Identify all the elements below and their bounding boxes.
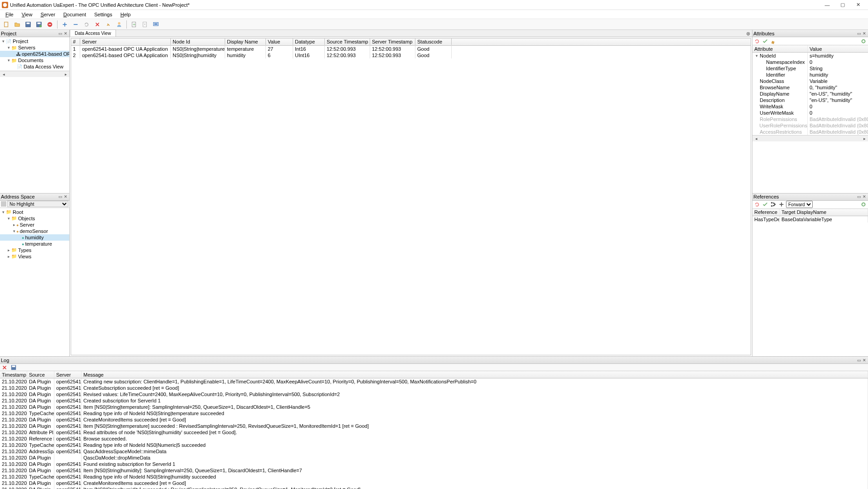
- log-undock-button[interactable]: ▭: [856, 358, 862, 363]
- remove-server-button[interactable]: [71, 20, 80, 29]
- user-button[interactable]: [115, 20, 124, 29]
- expand-icon[interactable]: ▾: [6, 58, 11, 63]
- log-row[interactable]: 21.10.2020 1...DA Pluginopen62541-...Cre…: [0, 378, 868, 385]
- log-row[interactable]: 21.10.2020 1...DA PluginQascDaModel::dro…: [0, 455, 868, 461]
- attr-write-button[interactable]: [762, 38, 769, 45]
- col-num[interactable]: #: [71, 39, 80, 45]
- log-row[interactable]: 21.10.2020 1...DA Pluginopen62541-...Ite…: [0, 423, 868, 429]
- ref-settings-button[interactable]: [860, 201, 867, 208]
- expand-icon[interactable]: ▾: [6, 216, 11, 221]
- ref-check-button[interactable]: [762, 201, 769, 208]
- attr-hscroll[interactable]: ◂▸: [752, 135, 868, 141]
- add-document-button[interactable]: [130, 20, 139, 29]
- attribute-row[interactable]: UserRolePermissionsBadAttributeIdInvalid…: [752, 122, 868, 129]
- ref-tree-button[interactable]: [770, 201, 777, 208]
- expand-icon[interactable]: ▸: [6, 248, 11, 252]
- refresh-button[interactable]: [82, 20, 91, 29]
- address-close-button[interactable]: ✕: [63, 194, 68, 199]
- project-undock-button[interactable]: ▭: [58, 31, 63, 36]
- log-row[interactable]: 21.10.2020 1...TypeCacheopen62541-...Rea…: [0, 442, 868, 448]
- expand-icon[interactable]: ▾: [1, 39, 5, 44]
- log-row[interactable]: 21.10.2020 1...DA Pluginopen62541-...Fou…: [0, 461, 868, 467]
- col-src-ts[interactable]: Source Timestamp: [325, 39, 370, 45]
- scroll-right-icon[interactable]: ▸: [862, 136, 867, 141]
- document-item[interactable]: Data Access View: [0, 63, 69, 70]
- expand-icon[interactable]: ▾: [6, 45, 11, 50]
- remove-document-button[interactable]: [140, 20, 149, 29]
- ref-col-target[interactable]: Target DisplayName: [780, 209, 868, 216]
- documents-node[interactable]: ▾Documents: [0, 57, 69, 63]
- menu-help[interactable]: Help: [117, 11, 135, 18]
- attribute-row[interactable]: WriteMask0: [752, 103, 868, 110]
- col-nodeid[interactable]: Node Id: [171, 39, 225, 45]
- attr-col-value[interactable]: Value: [808, 45, 868, 52]
- col-datatype[interactable]: Datatype: [293, 39, 325, 45]
- close-button[interactable]: ✕: [854, 1, 863, 9]
- log-row[interactable]: 21.10.2020 1...DA Pluginopen62541-...Cre…: [0, 385, 868, 391]
- attribute-row[interactable]: ▾NodeIds=humidity: [752, 53, 868, 59]
- attribute-row[interactable]: NodeClassVariable: [752, 78, 868, 84]
- log-row[interactable]: 21.10.2020 1...AddressSpa...open62541-..…: [0, 448, 868, 455]
- attr-col-attribute[interactable]: Attribute: [752, 45, 808, 52]
- humidity-node[interactable]: humidity: [0, 234, 69, 241]
- tab-data-access-view[interactable]: Data Access View: [70, 29, 116, 37]
- temperature-node[interactable]: temperature: [0, 241, 69, 247]
- new-project-button[interactable]: [2, 20, 11, 29]
- menu-file[interactable]: File: [2, 11, 17, 18]
- root-node[interactable]: ▾Root: [0, 209, 69, 215]
- add-server-button[interactable]: [60, 20, 69, 29]
- project-hscroll[interactable]: ◂▸: [0, 71, 69, 77]
- log-row[interactable]: 21.10.2020 1...TypeCacheopen62541-...Rea…: [0, 474, 868, 480]
- table-row[interactable]: 1open62541-based OPC UA ApplicationNS0|S…: [71, 46, 751, 52]
- table-row[interactable]: 2open62541-based OPC UA ApplicationNS0|S…: [71, 52, 751, 58]
- log-col-src[interactable]: Source: [27, 371, 54, 378]
- attribute-row[interactable]: IdentifierTypeString: [752, 65, 868, 72]
- log-row[interactable]: 21.10.2020 1...DA Pluginopen62541-...Ite…: [0, 404, 868, 410]
- save-button[interactable]: [24, 20, 33, 29]
- project-close-button[interactable]: ✕: [63, 31, 68, 36]
- disconnect-button[interactable]: [93, 20, 102, 29]
- save-as-button[interactable]: [34, 20, 43, 29]
- attribute-row[interactable]: Description"en-US", "humidity": [752, 97, 868, 103]
- configure-button[interactable]: [151, 20, 160, 29]
- attribute-row[interactable]: RolePermissionsBadAttributeIdInvalid (0x…: [752, 116, 868, 122]
- types-node[interactable]: ▸Types: [0, 247, 69, 253]
- log-col-msg[interactable]: Message: [82, 371, 868, 378]
- menu-settings[interactable]: Settings: [91, 11, 116, 18]
- menu-server[interactable]: Server: [37, 11, 58, 18]
- maximize-button[interactable]: ▢: [838, 1, 847, 9]
- log-row[interactable]: 21.10.2020 1...DA Pluginopen62541-...Rev…: [0, 391, 868, 397]
- attr-close-button[interactable]: ✕: [862, 31, 867, 36]
- log-row[interactable]: 21.10.2020 1...DA Pluginopen62541-...Cre…: [0, 416, 868, 423]
- attr-settings-button[interactable]: [860, 38, 867, 45]
- log-clear-button[interactable]: [1, 364, 8, 371]
- ref-refresh-button[interactable]: [753, 201, 761, 208]
- expand-icon[interactable]: ▸: [6, 254, 11, 259]
- ref-direction-select[interactable]: Forward: [786, 201, 813, 208]
- attribute-row[interactable]: DisplayName"en-US", "humidity": [752, 91, 868, 97]
- col-srv-ts[interactable]: Server Timestamp: [370, 39, 415, 45]
- log-row[interactable]: 21.10.2020 1...TypeCacheopen62541-...Rea…: [0, 410, 868, 416]
- address-tree[interactable]: ▾Root ▾Objects ▸Server ▾demoSensor humid…: [0, 208, 69, 261]
- log-row[interactable]: 21.10.2020 1...DA Pluginopen62541-...Cre…: [0, 397, 868, 404]
- server-node[interactable]: ▸Server: [0, 222, 69, 228]
- close-project-button[interactable]: [45, 20, 54, 29]
- ref-undock-button[interactable]: ▭: [856, 194, 862, 199]
- log-row[interactable]: 21.10.2020 1...Attribute Pl...open62541-…: [0, 429, 868, 436]
- open-project-button[interactable]: [13, 20, 22, 29]
- log-row[interactable]: 21.10.2020 1...DA Pluginopen62541-...Cre…: [0, 480, 868, 486]
- ref-col-reference[interactable]: Reference: [752, 209, 780, 216]
- expand-icon[interactable]: ▸: [12, 223, 16, 227]
- minimize-button[interactable]: —: [823, 1, 832, 9]
- expand-icon[interactable]: ▾: [1, 210, 5, 214]
- attribute-row[interactable]: Identifierhumidity: [752, 72, 868, 78]
- views-node[interactable]: ▸Views: [0, 253, 69, 260]
- project-tree[interactable]: ▾Project ▾Servers open62541-based OPC U.…: [0, 37, 69, 71]
- expand-icon[interactable]: ▾: [12, 229, 16, 233]
- address-undock-button[interactable]: ▭: [58, 194, 63, 199]
- menu-view[interactable]: View: [18, 11, 36, 18]
- menu-document[interactable]: Document: [60, 11, 90, 18]
- scroll-left-icon[interactable]: ◂: [1, 72, 6, 77]
- attribute-row[interactable]: NamespaceIndex0: [752, 59, 868, 65]
- log-row[interactable]: 21.10.2020 1...Reference P...open62541-.…: [0, 436, 868, 442]
